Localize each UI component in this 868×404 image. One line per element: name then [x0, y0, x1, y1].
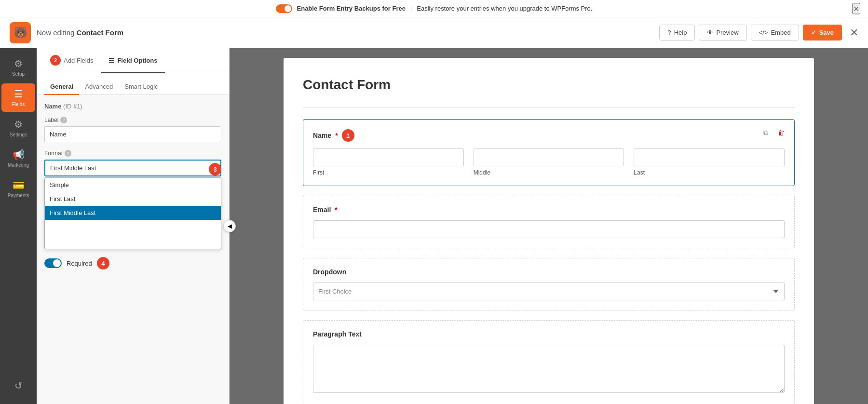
first-name-group: First: [313, 148, 464, 176]
sidebar-item-payments[interactable]: 💳 Payments: [1, 175, 35, 203]
field-actions-name: ⧉ 🗑: [760, 126, 787, 139]
form-divider: [303, 107, 795, 108]
field-options-icon: ☰: [108, 57, 114, 64]
history-icon: ↺: [14, 380, 23, 391]
subtab-smart-logic[interactable]: Smart Logic: [119, 79, 163, 95]
email-field-label: Email: [313, 206, 331, 214]
middle-name-input[interactable]: [474, 148, 624, 166]
preview-icon: 👁: [707, 29, 713, 36]
topbar-toggle-label: Enable Form Entry Backups for Free: [297, 5, 406, 12]
marketing-icon: 📢: [13, 149, 25, 161]
sidebar-item-marketing[interactable]: 📢 Marketing: [1, 144, 35, 173]
tab-field-options[interactable]: ☰ Field Options: [101, 48, 165, 73]
email-required-star: *: [335, 206, 337, 214]
embed-button[interactable]: </> Embed: [751, 25, 799, 40]
help-button[interactable]: ? Help: [659, 25, 695, 40]
format-option-first-middle-last[interactable]: First Middle Last: [45, 206, 221, 220]
first-name-label: First: [313, 169, 464, 176]
duplicate-field-button[interactable]: ⧉: [760, 126, 772, 139]
check-icon: ✓: [811, 29, 816, 36]
format-group: Format ? Simple First Last First Middle …: [44, 150, 221, 249]
form-canvas: Contact Form ⧉ 🗑 Name * 1 First: [284, 58, 814, 404]
format-select-wrapper: Simple First Last First Middle Last ▼: [44, 160, 221, 176]
first-name-input[interactable]: [313, 148, 464, 166]
help-icon: ?: [667, 29, 671, 36]
toggle-entry-backups[interactable]: [276, 4, 292, 13]
preview-button[interactable]: 👁 Preview: [699, 25, 746, 40]
form-title: Contact Form: [303, 77, 795, 93]
sidebar-item-setup[interactable]: ⚙ Setup: [1, 53, 35, 81]
app-logo: 🐻: [10, 22, 31, 43]
close-editor-button[interactable]: ✕: [850, 27, 858, 39]
main-layout: ⚙ Setup ☰ Fields ⚙ Settings 📢 Marketing …: [0, 48, 868, 404]
main-content: Contact Form ⧉ 🗑 Name * 1 First: [230, 48, 868, 404]
topbar-close-button[interactable]: ✕: [852, 3, 860, 14]
sidebar-item-settings[interactable]: ⚙ Settings: [1, 114, 35, 142]
sidebar-item-label: Payments: [8, 193, 29, 198]
last-name-input[interactable]: [634, 148, 785, 166]
form-field-paragraph[interactable]: Paragraph Text: [303, 320, 795, 404]
topbar-subtitle: Easily restore your entries when you upg…: [417, 5, 592, 12]
paragraph-textarea[interactable]: [313, 345, 785, 393]
dropdown-field-label: Dropdown: [313, 268, 346, 276]
payments-icon: 💳: [13, 179, 25, 191]
sidebar-item-label: Marketing: [8, 162, 29, 168]
panel-body: Name (ID #1) Label ? Format ?: [37, 95, 229, 404]
toggle-knob: [53, 259, 61, 267]
middle-name-group: Middle: [474, 148, 624, 176]
step-badge-3: 3: [209, 163, 221, 175]
header-left: 🐻 Now editing Contact Form: [10, 22, 123, 43]
name-field-label: Name: [313, 132, 331, 139]
delete-field-button[interactable]: 🗑: [775, 126, 787, 139]
format-option-simple[interactable]: Simple: [45, 178, 221, 192]
middle-name-label: Middle: [474, 169, 624, 176]
required-row: Required 4: [44, 257, 221, 269]
format-help-icon[interactable]: ?: [65, 150, 71, 157]
last-name-group: Last: [634, 148, 785, 176]
settings-icon: ⚙: [14, 119, 23, 130]
sidebar-item-fields[interactable]: ☰ Fields: [1, 83, 35, 112]
sidebar-item-history[interactable]: ↺: [1, 375, 35, 396]
tab-add-fields[interactable]: 2 Add Fields: [42, 48, 101, 73]
step-badge-1: 1: [342, 129, 354, 142]
dropdown-field-label-row: Dropdown: [313, 268, 785, 276]
required-toggle[interactable]: [44, 258, 62, 268]
label-input[interactable]: [44, 126, 221, 142]
format-select[interactable]: Simple First Last First Middle Last: [44, 160, 221, 176]
sidebar: ⚙ Setup ☰ Fields ⚙ Settings 📢 Marketing …: [0, 48, 37, 404]
header-right: ? Help 👁 Preview </> Embed ✓ Save ✕: [659, 25, 858, 40]
dropdown-select[interactable]: First Choice: [313, 283, 785, 300]
top-notification-bar: Enable Form Entry Backups for Free | Eas…: [0, 0, 868, 17]
fields-icon: ☰: [14, 88, 23, 100]
last-name-label: Last: [634, 169, 785, 176]
save-button[interactable]: ✓ Save: [803, 25, 842, 40]
email-field-label-row: Email *: [313, 206, 785, 214]
form-field-name[interactable]: ⧉ 🗑 Name * 1 First Middle: [303, 119, 795, 186]
panel-tabs: 2 Add Fields ☰ Field Options: [37, 48, 229, 73]
add-fields-badge: 2: [50, 55, 61, 66]
subtab-general[interactable]: General: [44, 79, 79, 95]
panel-collapse-button[interactable]: ◀: [223, 220, 236, 232]
required-label: Required: [67, 260, 92, 267]
paragraph-field-label: Paragraph Text: [313, 330, 362, 338]
sidebar-item-label: Setup: [12, 71, 25, 77]
left-panel: 2 Add Fields ☰ Field Options General Adv…: [37, 48, 230, 404]
name-required-star: *: [335, 132, 338, 139]
header-title: Now editing Contact Form: [37, 28, 123, 37]
embed-icon: </>: [759, 29, 768, 36]
paragraph-field-label-row: Paragraph Text: [313, 330, 785, 338]
header: 🐻 Now editing Contact Form ? Help 👁 Prev…: [0, 17, 868, 48]
name-inputs: First Middle Last: [313, 148, 785, 176]
email-input[interactable]: [313, 220, 785, 238]
label-group: Label ?: [44, 117, 221, 142]
sidebar-item-label: Settings: [10, 132, 27, 137]
format-field-label: Format ?: [44, 150, 221, 157]
form-field-email[interactable]: Email *: [303, 196, 795, 248]
subtab-advanced[interactable]: Advanced: [79, 79, 119, 95]
label-help-icon[interactable]: ?: [60, 117, 67, 123]
format-option-first-last[interactable]: First Last: [45, 192, 221, 206]
form-field-dropdown[interactable]: Dropdown First Choice: [303, 258, 795, 310]
name-field-label-row: Name * 1: [313, 129, 785, 142]
field-options-subtabs: General Advanced Smart Logic: [37, 73, 229, 95]
setup-icon: ⚙: [14, 58, 23, 69]
